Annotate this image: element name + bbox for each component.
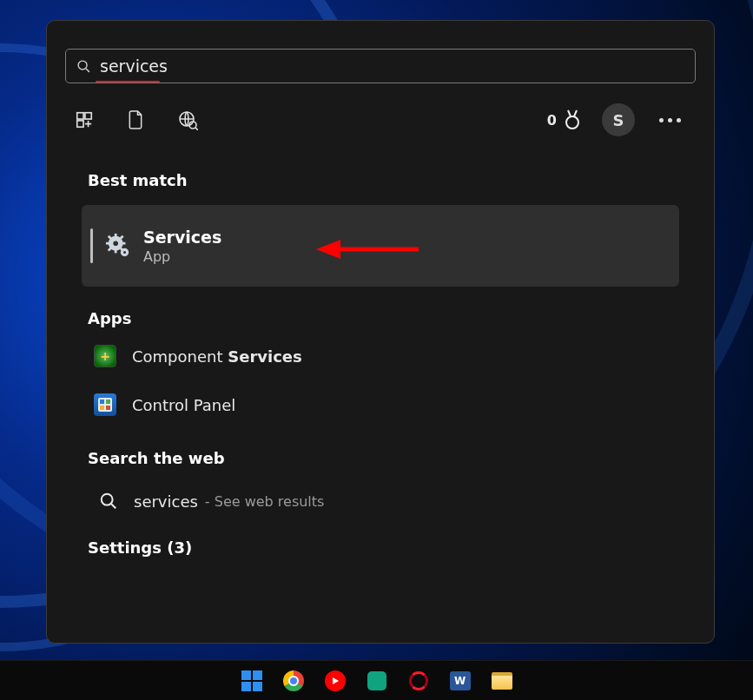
more-options-icon[interactable] <box>654 118 686 122</box>
svg-rect-29 <box>106 406 110 410</box>
opera-icon[interactable] <box>407 670 430 692</box>
svg-point-0 <box>78 61 87 69</box>
search-icon <box>76 59 91 74</box>
svg-point-30 <box>102 494 113 505</box>
svg-rect-3 <box>85 113 91 119</box>
section-web: Search the web <box>88 449 714 467</box>
filter-web-icon[interactable] <box>177 109 198 130</box>
svg-line-17 <box>109 236 111 239</box>
component-services-icon: + <box>94 345 116 367</box>
section-settings: Settings (3) <box>88 538 714 557</box>
medal-icon <box>562 109 583 131</box>
svg-rect-28 <box>100 406 104 410</box>
annotation-arrow <box>316 236 420 262</box>
best-match-title: Services <box>143 228 221 247</box>
reward-count: 0 <box>547 112 557 129</box>
svg-line-20 <box>121 236 123 239</box>
rewards-badge[interactable]: 0 <box>547 109 583 131</box>
best-match-text: Services App <box>143 228 221 265</box>
file-explorer-icon[interactable] <box>491 670 513 692</box>
svg-rect-4 <box>77 121 83 127</box>
app-result-control-panel[interactable]: Control Panel <box>94 393 714 416</box>
app-result-component-services[interactable]: + Component Services <box>94 345 714 367</box>
svg-rect-2 <box>77 113 83 119</box>
control-panel-icon <box>94 393 116 416</box>
search-icon <box>99 492 118 511</box>
chat-icon[interactable] <box>366 670 388 692</box>
search-input[interactable] <box>100 56 684 76</box>
section-apps: Apps <box>88 309 714 327</box>
svg-point-22 <box>123 251 126 254</box>
best-match-subtitle: App <box>143 248 221 265</box>
section-best-match: Best match <box>88 171 714 189</box>
youtube-music-icon[interactable] <box>324 670 347 692</box>
filter-row: 0 S <box>47 103 714 136</box>
filter-documents-icon[interactable] <box>127 109 144 130</box>
svg-line-31 <box>111 504 116 508</box>
search-box[interactable] <box>65 49 696 83</box>
svg-marker-24 <box>316 240 340 259</box>
svg-line-19 <box>109 248 111 251</box>
spellcheck-underline <box>96 81 160 83</box>
start-search-panel: 0 S Best match Services App Apps + Compo… <box>46 20 715 644</box>
user-avatar[interactable]: S <box>602 103 635 136</box>
svg-rect-26 <box>100 400 104 404</box>
svg-point-10 <box>566 116 578 129</box>
svg-line-9 <box>195 128 198 130</box>
svg-line-1 <box>86 68 89 71</box>
svg-rect-27 <box>106 400 110 404</box>
selection-indicator <box>90 228 93 263</box>
best-match-result[interactable]: Services App <box>82 205 679 287</box>
web-query: services <box>134 492 198 511</box>
services-app-icon <box>105 233 131 259</box>
start-button[interactable] <box>241 670 263 692</box>
taskbar: W <box>0 660 753 700</box>
word-icon[interactable]: W <box>449 670 472 692</box>
chrome-icon[interactable] <box>282 670 305 692</box>
web-result[interactable]: services - See web results <box>99 492 714 511</box>
filter-apps-icon[interactable] <box>75 110 94 129</box>
svg-point-12 <box>113 241 118 246</box>
web-hint: - See web results <box>205 493 325 510</box>
